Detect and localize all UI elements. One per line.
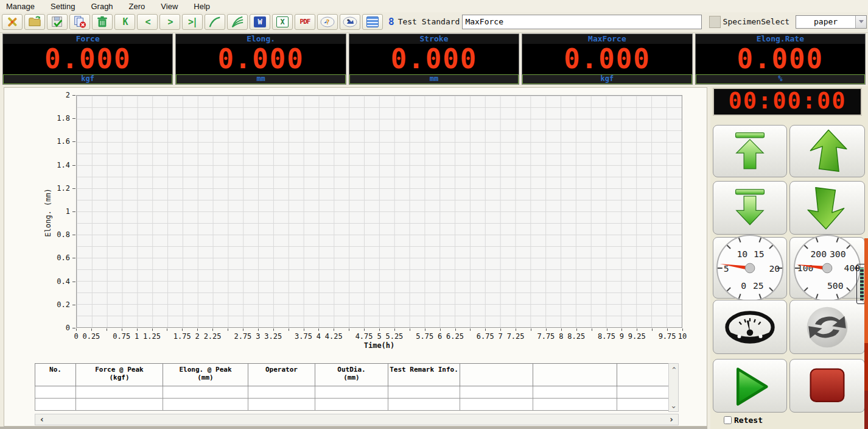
jog-down-button[interactable] (789, 181, 865, 235)
menu-setting[interactable]: Setting (51, 2, 75, 11)
trash-icon (96, 15, 109, 29)
prev-record-button[interactable]: < (137, 14, 158, 30)
x-tick-mark (592, 328, 592, 331)
move-down-to-limit-button[interactable] (713, 181, 787, 235)
play-icon (724, 363, 775, 409)
table-cell (163, 386, 248, 399)
save-check-icon (51, 15, 64, 29)
x-tick-label: 8.25 (567, 332, 585, 341)
table-row[interactable] (35, 399, 669, 411)
x-tick-label: 1.75 (173, 332, 191, 341)
trash-button[interactable] (92, 14, 113, 30)
y-tick-mark (72, 328, 75, 328)
help-tool-button[interactable]: ? (317, 14, 338, 30)
x-tick-mark (304, 328, 304, 331)
readout-title: Force (3, 34, 172, 44)
x-tick-label: 4 (317, 332, 321, 341)
x-tick-mark (152, 328, 153, 331)
x-tick-mark (546, 328, 547, 331)
menu-zero[interactable]: Zero (129, 2, 145, 11)
readout-value: 0.000 (522, 44, 691, 74)
stop-icon (802, 363, 853, 409)
x-tick-label: 3.25 (264, 332, 282, 341)
tools-button[interactable] (2, 14, 23, 30)
first-record-button[interactable]: K (114, 14, 135, 30)
start-test-button[interactable] (713, 359, 787, 413)
refresh-cycle-icon (801, 303, 853, 352)
menu-gragh[interactable]: Gragh (91, 2, 113, 11)
x-tick-mark (621, 328, 622, 331)
x-tick-mark (107, 328, 107, 331)
x-tick-label: 0.25 (82, 332, 100, 341)
readout-unit: kgf (522, 74, 691, 84)
export-word-button[interactable]: W (250, 14, 270, 30)
table-cell (163, 399, 248, 411)
y-tick-mark (72, 95, 75, 96)
test-standard-input[interactable] (462, 15, 702, 29)
scroll-right-icon[interactable]: › (667, 415, 676, 424)
speed-gauge-low-icon: 5 10 15 20 25 0 (715, 233, 785, 303)
y-axis-title: Elong. (mm) (44, 188, 52, 236)
table-cell (460, 399, 533, 411)
speed-gauge-high-icon: 100 200 300 400 500 (793, 233, 862, 303)
cycle-mode-button[interactable] (789, 300, 865, 354)
x-tick-mark (379, 328, 380, 331)
menu-help[interactable]: Help (194, 2, 210, 11)
speed-gauge-low[interactable]: 5 10 15 20 25 0 (713, 237, 787, 299)
test-standard-label: Test Standard (398, 17, 460, 26)
x-tick-mark (212, 328, 213, 331)
open-button[interactable] (24, 14, 45, 30)
export-pdf-button[interactable]: PDF (295, 14, 315, 30)
scroll-down-icon[interactable]: › (670, 403, 677, 411)
scroll-left-icon[interactable]: ‹ (38, 415, 46, 424)
specimen-mini-box[interactable] (709, 16, 720, 28)
last-record-glyph: >| (188, 16, 197, 27)
toolbar: K < > >| W X PDF ? (0, 12, 868, 33)
retest-label[interactable]: Retest (734, 416, 763, 425)
arrow-down-icon (801, 184, 853, 232)
table-row[interactable] (35, 386, 669, 399)
meter-mode-button[interactable] (713, 300, 787, 354)
table-horizontal-scrollbar[interactable]: ‹ › (35, 414, 679, 425)
x-tick-mark (122, 328, 122, 331)
delete-record-button[interactable] (69, 14, 90, 30)
jog-up-button[interactable] (789, 125, 865, 177)
save-button[interactable] (47, 14, 68, 30)
readout-force: Force 0.000 kgf (2, 34, 173, 85)
x-tick-label: 8.75 (598, 332, 615, 341)
readout-panels: Force 0.000 kgf Elong. 0.000 mm Stroke 0… (0, 33, 868, 86)
specimen-select-dropdown[interactable]: paper (796, 15, 867, 29)
menu-manage[interactable]: Manage (6, 2, 35, 11)
y-tick-label: 1.2 (57, 184, 70, 193)
col-extra-1 (460, 364, 533, 386)
gauge-tick-15: 15 (754, 249, 765, 259)
menu-view[interactable]: View (161, 2, 178, 11)
table-cell (388, 399, 460, 411)
next-record-button[interactable]: > (159, 14, 180, 30)
export-excel-button[interactable]: X (272, 14, 293, 30)
x-tick-label: 0 (74, 332, 78, 341)
table-vertical-scrollbar[interactable]: › › (668, 363, 679, 412)
multi-curve-button[interactable] (227, 14, 248, 30)
stop-test-button[interactable] (789, 359, 865, 413)
single-curve-button[interactable] (205, 14, 225, 30)
y-tick-label: 1 (66, 207, 70, 216)
scroll-up-icon[interactable]: › (670, 364, 677, 372)
move-up-to-limit-button[interactable] (713, 125, 787, 177)
x-tick-mark (500, 328, 501, 331)
y-tick-label: 0.4 (57, 277, 70, 286)
gauge-tick-10: 10 (737, 249, 747, 259)
readout-value: 0.000 (3, 44, 172, 74)
dropdown-button[interactable] (855, 16, 866, 28)
x-tick-mark (667, 328, 668, 331)
x-tick-label: 9.75 (659, 332, 676, 341)
last-record-button[interactable]: >| (182, 14, 203, 30)
curve-icon (208, 15, 222, 29)
speed-gauge-high[interactable]: 100 200 300 400 500 (789, 237, 865, 299)
report-button[interactable] (362, 14, 383, 30)
printer-oval-icon (342, 16, 358, 28)
report-lines-icon (366, 16, 379, 27)
chart-plot-area (76, 95, 682, 328)
print-tool-button[interactable] (340, 14, 360, 30)
retest-checkbox[interactable] (724, 416, 732, 424)
